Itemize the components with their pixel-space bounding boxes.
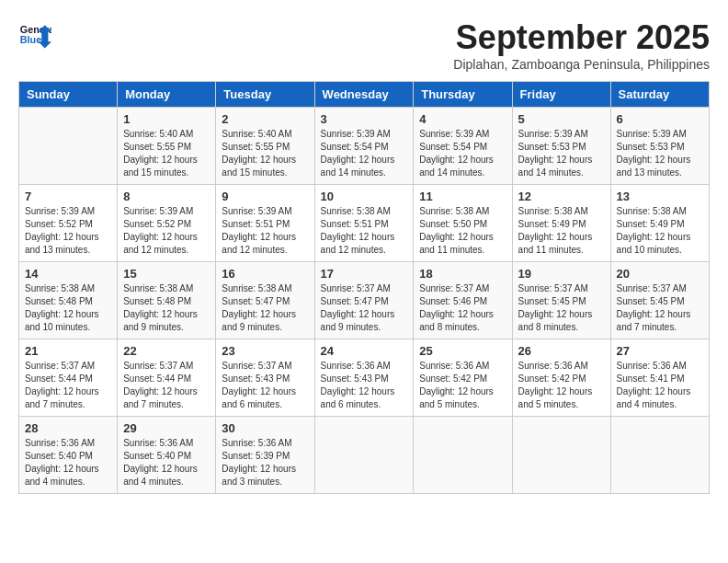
page-header: General Blue September 2025 Diplahan, Za… [18,18,710,72]
calendar-cell: 14Sunrise: 5:38 AM Sunset: 5:48 PM Dayli… [19,262,118,339]
day-info: Sunrise: 5:39 AM Sunset: 5:54 PM Dayligh… [321,128,408,179]
column-header-friday: Friday [512,82,610,108]
day-number: 4 [419,112,506,126]
day-number: 16 [222,267,308,281]
day-info: Sunrise: 5:40 AM Sunset: 5:55 PM Dayligh… [222,128,308,179]
day-number: 17 [321,267,408,281]
calendar-cell: 19Sunrise: 5:37 AM Sunset: 5:45 PM Dayli… [512,262,610,339]
day-number: 9 [222,190,308,203]
day-info: Sunrise: 5:38 AM Sunset: 5:48 PM Dayligh… [123,282,210,334]
calendar-cell: 13Sunrise: 5:38 AM Sunset: 5:49 PM Dayli… [610,185,709,262]
day-number: 20 [617,267,703,281]
header-row: SundayMondayTuesdayWednesdayThursdayFrid… [19,82,710,108]
calendar-cell: 8Sunrise: 5:39 AM Sunset: 5:52 PM Daylig… [118,185,216,262]
location-subtitle: Diplahan, Zamboanga Peninsula, Philippin… [453,57,710,72]
calendar-cell: 6Sunrise: 5:39 AM Sunset: 5:53 PM Daylig… [610,108,709,185]
day-number: 21 [25,344,111,358]
calendar-cell [414,417,512,494]
calendar-cell: 3Sunrise: 5:39 AM Sunset: 5:54 PM Daylig… [314,108,414,185]
day-info: Sunrise: 5:37 AM Sunset: 5:45 PM Dayligh… [518,282,605,334]
day-info: Sunrise: 5:39 AM Sunset: 5:51 PM Dayligh… [222,205,308,257]
day-info: Sunrise: 5:38 AM Sunset: 5:49 PM Dayligh… [518,205,605,257]
week-row-2: 7Sunrise: 5:39 AM Sunset: 5:52 PM Daylig… [19,185,710,262]
day-number: 11 [419,190,506,203]
day-info: Sunrise: 5:37 AM Sunset: 5:43 PM Dayligh… [222,360,308,411]
day-number: 26 [518,344,605,358]
calendar-cell: 2Sunrise: 5:40 AM Sunset: 5:55 PM Daylig… [216,108,314,185]
day-number: 6 [617,112,703,126]
column-header-wednesday: Wednesday [314,82,414,108]
calendar-cell: 26Sunrise: 5:36 AM Sunset: 5:42 PM Dayli… [512,339,610,417]
day-info: Sunrise: 5:39 AM Sunset: 5:54 PM Dayligh… [419,128,506,179]
column-header-tuesday: Tuesday [216,82,314,108]
column-header-monday: Monday [118,82,216,108]
calendar-cell: 30Sunrise: 5:36 AM Sunset: 5:39 PM Dayli… [216,417,314,494]
calendar-cell [314,417,414,494]
calendar-cell: 4Sunrise: 5:39 AM Sunset: 5:54 PM Daylig… [414,108,512,185]
day-number: 15 [123,267,210,281]
svg-text:Blue: Blue [20,34,41,45]
title-area: September 2025 Diplahan, Zamboanga Penin… [453,18,710,72]
day-info: Sunrise: 5:36 AM Sunset: 5:42 PM Dayligh… [518,360,605,411]
day-number: 13 [617,190,703,203]
week-row-5: 28Sunrise: 5:36 AM Sunset: 5:40 PM Dayli… [19,417,710,494]
week-row-4: 21Sunrise: 5:37 AM Sunset: 5:44 PM Dayli… [19,339,710,417]
month-title: September 2025 [453,18,710,57]
calendar-cell: 23Sunrise: 5:37 AM Sunset: 5:43 PM Dayli… [216,339,314,417]
day-info: Sunrise: 5:36 AM Sunset: 5:40 PM Dayligh… [123,437,210,488]
day-info: Sunrise: 5:36 AM Sunset: 5:43 PM Dayligh… [321,360,408,411]
day-info: Sunrise: 5:38 AM Sunset: 5:51 PM Dayligh… [321,205,408,257]
calendar-cell: 22Sunrise: 5:37 AM Sunset: 5:44 PM Dayli… [118,339,216,417]
day-number: 29 [123,421,210,435]
column-header-thursday: Thursday [414,82,512,108]
day-number: 30 [222,421,308,435]
calendar-cell: 5Sunrise: 5:39 AM Sunset: 5:53 PM Daylig… [512,108,610,185]
calendar-cell: 9Sunrise: 5:39 AM Sunset: 5:51 PM Daylig… [216,185,314,262]
day-number: 24 [321,344,408,358]
day-info: Sunrise: 5:38 AM Sunset: 5:48 PM Dayligh… [25,282,111,334]
day-info: Sunrise: 5:39 AM Sunset: 5:52 PM Dayligh… [25,205,111,257]
day-number: 25 [419,344,506,358]
day-info: Sunrise: 5:36 AM Sunset: 5:40 PM Dayligh… [25,437,111,488]
calendar-cell [512,417,610,494]
day-info: Sunrise: 5:36 AM Sunset: 5:39 PM Dayligh… [222,437,308,488]
logo-icon: General Blue [18,18,51,52]
day-number: 2 [222,112,308,126]
day-number: 27 [617,344,703,358]
day-info: Sunrise: 5:36 AM Sunset: 5:42 PM Dayligh… [419,360,506,411]
day-info: Sunrise: 5:39 AM Sunset: 5:53 PM Dayligh… [518,128,605,179]
calendar-cell: 15Sunrise: 5:38 AM Sunset: 5:48 PM Dayli… [118,262,216,339]
calendar-cell: 12Sunrise: 5:38 AM Sunset: 5:49 PM Dayli… [512,185,610,262]
calendar-cell: 1Sunrise: 5:40 AM Sunset: 5:55 PM Daylig… [118,108,216,185]
day-info: Sunrise: 5:37 AM Sunset: 5:44 PM Dayligh… [25,360,111,411]
calendar-table: SundayMondayTuesdayWednesdayThursdayFrid… [18,81,710,494]
day-info: Sunrise: 5:37 AM Sunset: 5:45 PM Dayligh… [617,282,703,334]
calendar-cell: 20Sunrise: 5:37 AM Sunset: 5:45 PM Dayli… [610,262,709,339]
calendar-cell: 7Sunrise: 5:39 AM Sunset: 5:52 PM Daylig… [19,185,118,262]
day-number: 18 [419,267,506,281]
day-number: 28 [25,421,111,435]
day-info: Sunrise: 5:39 AM Sunset: 5:52 PM Dayligh… [123,205,210,257]
day-info: Sunrise: 5:36 AM Sunset: 5:41 PM Dayligh… [617,360,703,411]
day-info: Sunrise: 5:38 AM Sunset: 5:50 PM Dayligh… [419,205,506,257]
day-number: 22 [123,344,210,358]
day-number: 8 [123,190,210,203]
day-number: 14 [25,267,111,281]
calendar-cell: 28Sunrise: 5:36 AM Sunset: 5:40 PM Dayli… [19,417,118,494]
logo: General Blue [18,18,51,52]
calendar-cell: 17Sunrise: 5:37 AM Sunset: 5:47 PM Dayli… [314,262,414,339]
day-number: 5 [518,112,605,126]
calendar-cell: 21Sunrise: 5:37 AM Sunset: 5:44 PM Dayli… [19,339,118,417]
day-info: Sunrise: 5:37 AM Sunset: 5:44 PM Dayligh… [123,360,210,411]
day-number: 23 [222,344,308,358]
day-number: 3 [321,112,408,126]
week-row-3: 14Sunrise: 5:38 AM Sunset: 5:48 PM Dayli… [19,262,710,339]
calendar-cell: 29Sunrise: 5:36 AM Sunset: 5:40 PM Dayli… [118,417,216,494]
calendar-cell: 18Sunrise: 5:37 AM Sunset: 5:46 PM Dayli… [414,262,512,339]
day-info: Sunrise: 5:38 AM Sunset: 5:47 PM Dayligh… [222,282,308,334]
day-info: Sunrise: 5:38 AM Sunset: 5:49 PM Dayligh… [617,205,703,257]
day-number: 7 [25,190,111,203]
day-info: Sunrise: 5:40 AM Sunset: 5:55 PM Dayligh… [123,128,210,179]
calendar-cell [610,417,709,494]
column-header-saturday: Saturday [610,82,709,108]
